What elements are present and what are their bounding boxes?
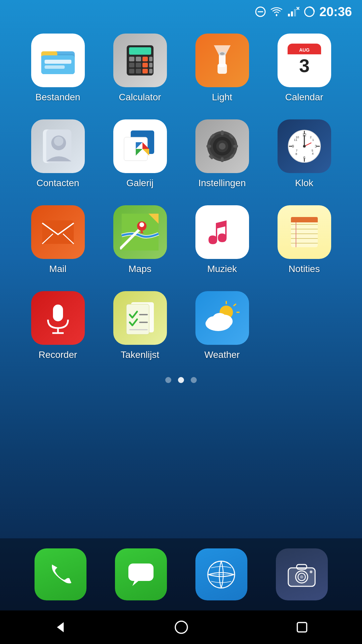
app-item-maps[interactable]: Maps [102, 205, 178, 274]
svg-rect-3 [288, 14, 290, 16]
svg-point-117 [300, 575, 303, 579]
app-icon-contacten [31, 119, 85, 173]
svg-rect-24 [136, 69, 141, 73]
svg-text:9: 9 [292, 144, 294, 148]
dock-item-phone[interactable] [35, 548, 86, 600]
page-dot-3[interactable] [191, 377, 197, 383]
svg-rect-50 [206, 145, 211, 148]
app-icon-calculator [113, 34, 167, 87]
app-label-notities: Notities [289, 264, 320, 274]
page-dot-2[interactable] [178, 377, 184, 383]
app-item-light[interactable]: Light [184, 34, 260, 103]
app-label-mail: Mail [49, 264, 66, 274]
dock-icon-browser [195, 548, 247, 600]
dock-item-messages[interactable] [115, 548, 167, 600]
svg-text:3: 3 [314, 144, 316, 148]
svg-marker-109 [132, 581, 138, 586]
data-icon [304, 6, 315, 17]
svg-rect-20 [129, 63, 134, 67]
svg-rect-19 [142, 57, 148, 61]
dnd-icon [255, 6, 266, 17]
wifi-icon [270, 7, 283, 16]
app-label-recorder: Recorder [39, 350, 77, 360]
app-label-maps: Maps [128, 264, 151, 274]
app-icon-klok: 12 3 6 9 2 10 4 8 1 11 5 7 [278, 119, 331, 173]
svg-text:4: 4 [312, 152, 313, 155]
app-item-takenlijst[interactable]: Takenlijst [102, 291, 178, 360]
svg-text:2: 2 [310, 136, 311, 139]
page-dot-1[interactable] [165, 377, 171, 383]
app-label-instellingen: Instellingen [198, 178, 246, 189]
app-label-calendar: Calendar [285, 92, 323, 103]
svg-text:AUG: AUG [299, 47, 309, 53]
svg-rect-22 [142, 63, 148, 67]
app-item-recorder[interactable]: Recorder [20, 291, 96, 360]
svg-rect-80 [122, 214, 159, 251]
dock-item-browser[interactable] [195, 548, 247, 600]
svg-point-2 [276, 14, 277, 16]
svg-point-32 [220, 52, 225, 55]
svg-rect-5 [294, 9, 296, 16]
svg-point-76 [303, 145, 306, 148]
app-label-bestanden: Bestanden [36, 92, 80, 103]
nav-bar [0, 610, 362, 644]
svg-point-82 [139, 222, 144, 227]
app-icon-instellingen [195, 119, 249, 173]
app-item-instellingen[interactable]: Instellingen [184, 119, 260, 189]
app-item-klok[interactable]: 12 3 6 9 2 10 4 8 1 11 5 7 Klok [266, 119, 342, 189]
app-item-galerij[interactable]: Galerij [102, 119, 178, 189]
app-item-calendar[interactable]: AUG 3 Calendar [266, 34, 342, 103]
svg-rect-21 [136, 63, 141, 67]
svg-point-120 [175, 621, 187, 633]
app-grid: Bestanden Calculat [0, 23, 362, 370]
back-button[interactable] [54, 621, 67, 634]
app-item-weather[interactable]: Weather [184, 291, 260, 360]
svg-rect-27 [149, 63, 153, 67]
svg-rect-92 [53, 305, 63, 321]
svg-rect-17 [129, 57, 134, 61]
status-icons: 20:36 [255, 5, 352, 19]
svg-rect-12 [41, 55, 75, 74]
svg-text:3: 3 [299, 55, 309, 76]
svg-rect-25 [142, 69, 148, 73]
app-item-muziek[interactable]: Muziek [184, 205, 260, 274]
page-indicators [0, 377, 362, 383]
app-item-mail[interactable]: Mail [20, 205, 96, 274]
svg-rect-108 [128, 564, 154, 581]
recent-button[interactable] [296, 621, 308, 634]
app-icon-muziek [195, 205, 249, 259]
home-button[interactable] [174, 620, 189, 635]
app-icon-mail [31, 205, 85, 259]
dock-icon-phone [35, 548, 86, 600]
app-label-takenlijst: Takenlijst [121, 350, 159, 360]
app-icon-recorder [31, 291, 85, 345]
svg-text:11: 11 [294, 138, 297, 142]
svg-rect-30 [218, 64, 227, 74]
dock-item-camera[interactable] [276, 548, 328, 600]
app-item-notities[interactable]: Notities [266, 205, 342, 274]
app-item-bestanden[interactable]: Bestanden [20, 34, 96, 103]
svg-rect-28 [149, 69, 153, 73]
svg-point-107 [212, 313, 227, 326]
app-label-light: Light [212, 92, 232, 103]
svg-rect-77 [42, 220, 74, 244]
app-icon-calendar: AUG 3 [278, 34, 331, 87]
svg-rect-49 [221, 157, 224, 162]
app-item-calculator[interactable]: Calculator [102, 34, 178, 103]
time-display: 20:36 [319, 5, 352, 19]
svg-text:7: 7 [296, 149, 297, 152]
app-label-contacten: Contacten [37, 178, 79, 189]
app-label-muziek: Muziek [207, 264, 237, 274]
svg-point-41 [54, 137, 63, 146]
app-icon-bestanden [31, 34, 85, 87]
svg-text:5: 5 [311, 149, 313, 152]
app-icon-light [195, 34, 249, 87]
app-icon-notities [278, 205, 331, 259]
svg-point-118 [310, 571, 312, 573]
app-item-contacten[interactable]: Contacten [20, 119, 96, 189]
svg-rect-121 [297, 623, 307, 632]
app-label-calculator: Calculator [119, 92, 161, 103]
app-icon-weather [195, 291, 249, 345]
svg-text:1: 1 [312, 138, 314, 142]
svg-marker-119 [57, 622, 64, 632]
